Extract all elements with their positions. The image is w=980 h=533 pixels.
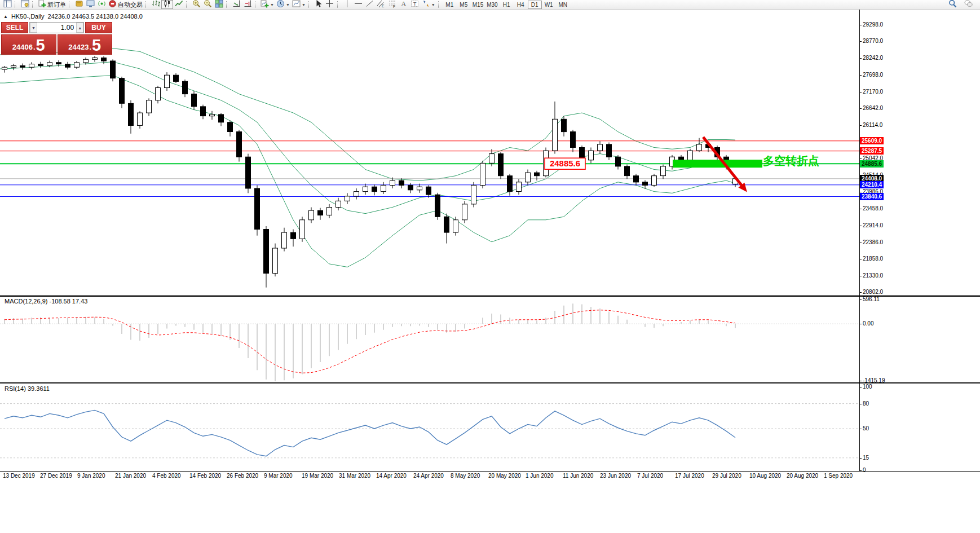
axis-tick [859,470,862,471]
axis-tick [859,108,862,109]
signals-button[interactable] [96,0,107,9]
time-axis[interactable]: 13 Dec 201927 Dec 20199 Jan 202021 Jan 2… [0,473,859,481]
axis-tick [859,25,862,25]
toolbar-separator [186,1,189,8]
turning-point-note[interactable]: 多空转折点 [763,155,819,167]
candle [625,166,630,176]
price-axis-line [859,10,860,471]
periods-icon [276,0,285,10]
chart-shift-button[interactable] [242,0,253,9]
vertical-line-icon [343,0,351,10]
axis-tick [859,429,862,429]
timeframe-D1-button[interactable]: D1 [528,1,542,9]
zoom-in-button[interactable] [191,0,202,9]
chat-button[interactable] [963,0,974,9]
cursor-button[interactable] [313,0,324,9]
candle [210,114,215,116]
rsi-label: RSI(14) 39.3611 [5,385,50,392]
timeframe-W1-button[interactable]: W1 [542,1,556,9]
candle [291,232,296,239]
candle [526,173,531,182]
candle [345,196,350,201]
text-button[interactable]: A [398,0,409,9]
timeframe-H4-button[interactable]: H4 [514,1,528,9]
sell-button[interactable]: SELL [1,22,28,33]
candle [607,144,612,157]
candle [129,103,134,125]
metaeditor-button[interactable] [85,0,96,9]
axis-tick-label: 21330.0 [863,272,883,279]
candle [489,154,495,164]
periods-button[interactable]: ▼ [275,0,291,9]
timeframe-M30-button[interactable]: M30 [485,1,499,9]
timeframe-M1-button[interactable]: M1 [443,1,457,9]
zoom-out-icon [204,0,212,10]
date-label: 20 Aug 2020 [787,473,818,479]
history-center-button[interactable] [73,0,85,9]
timeframe-M15-button[interactable]: M15 [471,1,485,9]
axis-tick [859,158,862,159]
data-window-button[interactable] [19,0,30,9]
horizontal-line-button[interactable] [353,0,364,9]
candle [571,132,576,148]
candle [201,107,206,116]
text-label-button[interactable]: T [409,0,421,9]
volume-increase-button[interactable]: ▲ [76,23,83,33]
fibonacci-button[interactable]: F [387,0,398,9]
toolbar-separator [438,1,441,8]
arrows-icon [422,0,430,10]
macd-canvas [0,297,859,382]
candle [83,59,89,63]
toolbar: 新订单自动交易▼▼▼EFAT▼M1M5M15M30H1H4D1W1MN [0,0,980,10]
candle [363,187,368,191]
vertical-line-button[interactable] [342,0,353,9]
volume-input[interactable] [37,23,76,33]
candle [2,67,7,69]
equidistant-channel-button[interactable]: E [376,0,387,9]
candle [11,65,16,67]
volume-decrease-button[interactable]: ▼ [30,23,37,33]
candle [634,176,639,182]
candle [38,64,43,66]
axis-tick [859,458,862,459]
auto-trading-button[interactable]: 自动交易 [107,0,144,9]
market-watch-button[interactable] [2,0,13,9]
line-chart-button[interactable] [173,0,184,9]
new-order-button[interactable]: 新订单 [37,0,67,9]
candle [165,75,170,87]
date-label: 24 Apr 2020 [413,473,444,479]
turning-point-zone[interactable] [673,160,762,168]
candle [273,248,278,274]
candle [309,210,314,220]
toolbar-separator [32,1,35,8]
buy-price-button[interactable]: 24423.5 [58,34,113,55]
date-label: 13 Dec 2019 [3,473,35,479]
candle [300,220,305,239]
timeframe-H1-button[interactable]: H1 [500,1,514,9]
buy-button[interactable]: BUY [85,22,112,33]
candle [507,176,513,192]
date-label: 29 Jul 2020 [712,473,741,479]
auto-scroll-button[interactable] [231,0,242,9]
trendline-button[interactable] [364,0,376,9]
candle [372,187,377,191]
timeframe-MN-button[interactable]: MN [556,1,570,9]
bar-chart-button[interactable] [150,0,161,9]
candle [354,192,359,196]
crosshair-button[interactable] [324,0,336,9]
tile-windows-button[interactable] [213,0,224,9]
sell-price-button[interactable]: 24406.5 [1,34,56,55]
one-click-collapse-icon[interactable]: ▲ [3,14,8,19]
zoom-out-button[interactable] [202,0,213,9]
arrows-button[interactable]: ▼ [421,0,436,9]
axis-tick-label: 21858.0 [863,256,883,262]
date-label: 9 Jan 2020 [77,473,105,479]
candlestick-chart-button[interactable] [161,0,173,9]
price-chart-canvas[interactable]: 24885.6多空转折点 [0,10,859,295]
price-level-badge: 24210.4 [860,181,884,188]
templates-button[interactable]: ▼ [291,0,307,9]
indicators-button[interactable]: ▼ [259,0,275,9]
search-button[interactable] [947,0,958,9]
price-level-badge: 24885.6 [860,160,884,168]
timeframe-M5-button[interactable]: M5 [457,1,471,9]
